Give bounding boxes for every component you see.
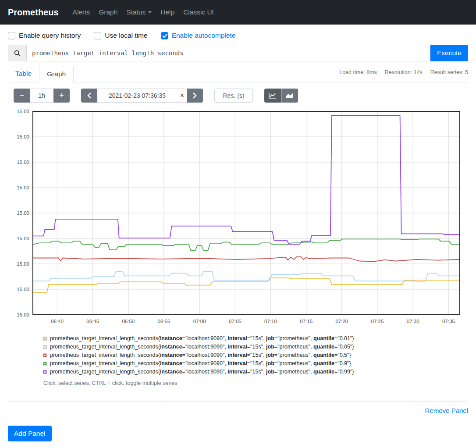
execute-button[interactable]: Execute [430,45,468,61]
series-label: prometheus_target_interval_length_second… [50,335,354,341]
y-tick-label: 15.00 [17,287,29,292]
series-label: prometheus_target_interval_length_second… [50,344,354,350]
x-tick-label: 07:25 [371,319,384,324]
nav-item-help[interactable]: Help [156,5,179,20]
x-tick-label: 07:30 [407,319,419,324]
series-line-quantile-0.99 [33,116,460,244]
y-tick-label: 15.00 [17,261,29,267]
y-tick-label: 15.00 [17,236,29,241]
chevron-right-icon [193,92,197,99]
series-label: prometheus_target_interval_length_second… [50,352,351,358]
datetime-input[interactable] [97,89,187,103]
autocomplete-checkbox[interactable] [161,32,168,39]
time-back-button[interactable] [81,89,97,103]
load-time-stat: Load time: 8ms [339,69,377,75]
increase-range-button[interactable]: + [53,89,70,103]
autocomplete-label: Enable autocomplete [172,32,236,39]
search-addon [8,45,26,61]
expression-input[interactable] [26,45,430,61]
panel-footer: Remove Panel [8,407,468,414]
query-history-option[interactable]: Enable query history [8,32,81,39]
series-color-swatch [43,354,46,357]
x-tick-label: 07:10 [264,319,277,324]
caret-down-icon [148,11,152,13]
series-line-quantile-0.05 [33,271,460,282]
range-input[interactable] [30,89,53,103]
y-tick-label: 15.00 [17,210,29,216]
nav-item-classic-ui[interactable]: Classic UI [179,5,218,20]
nav-item-status[interactable]: Status [122,5,156,20]
local-time-checkbox[interactable] [94,32,101,39]
tab-graph[interactable]: Graph [39,66,74,82]
x-tick-label: 07:00 [193,319,206,324]
clear-time-icon[interactable]: × [180,89,184,103]
legend-item[interactable]: prometheus_target_interval_length_second… [43,335,463,341]
chevron-left-icon [87,92,91,99]
time-control: × [81,89,203,103]
x-tick-label: 07:35 [442,319,455,324]
stacked-chart-toggle-button[interactable] [281,89,298,103]
series-label: prometheus_target_interval_length_second… [50,369,354,375]
legend-item[interactable]: prometheus_target_interval_length_second… [43,369,463,375]
local-time-option[interactable]: Use local time [94,32,147,39]
add-panel-button[interactable]: Add Panel [8,426,52,441]
x-tick-label: 06:55 [158,319,171,324]
decrease-range-button[interactable]: − [14,89,30,103]
remove-panel-link[interactable]: Remove Panel [425,407,468,414]
time-forward-button[interactable] [187,89,203,103]
legend: prometheus_target_interval_length_second… [43,335,463,375]
series-color-swatch [43,362,46,365]
x-tick-label: 06:50 [122,319,135,324]
query-stats: Load time: 8ms Resolution: 14s Result se… [339,66,468,75]
legend-item[interactable]: prometheus_target_interval_length_second… [43,360,463,366]
nav-item-status-label: Status [126,8,146,16]
y-tick-label: 15.00 [17,312,29,317]
graph-svg[interactable]: 15.0015.0015.0015.0015.0015.0015.0015.00… [13,109,463,328]
query-bar: Execute [8,45,468,61]
tab-table[interactable]: Table [8,66,39,82]
x-tick-label: 06:45 [86,319,99,324]
nav-item-alerts[interactable]: Alerts [68,5,95,20]
autocomplete-option[interactable]: Enable autocomplete [161,32,236,39]
x-tick-label: 07:20 [335,319,348,324]
series-line-quantile-0.5 [33,257,460,262]
range-control: − + [14,89,70,103]
series-label: prometheus_target_interval_length_second… [50,360,351,366]
line-chart-toggle-button[interactable] [264,89,281,103]
x-tick-label: 07:05 [229,319,242,324]
legend-item[interactable]: prometheus_target_interval_length_second… [43,344,463,350]
series-color-swatch [43,345,46,348]
options-row: Enable query history Use local time Enab… [8,32,468,39]
y-tick-label: 15.00 [17,160,29,165]
y-tick-label: 15.00 [17,134,29,139]
y-tick-label: 15.00 [17,109,29,114]
search-icon [14,50,21,57]
chart-type-toggle [264,89,298,103]
legend-item[interactable]: prometheus_target_interval_length_second… [43,352,463,358]
resolution-input[interactable] [214,89,253,103]
result-series-stat: Result series: 5 [430,69,468,75]
nav-item-graph[interactable]: Graph [94,5,122,20]
series-color-swatch [43,370,46,373]
y-tick-label: 15.00 [17,185,29,190]
line-chart-icon [269,92,277,99]
resolution-stat: Resolution: 14s [385,69,423,75]
tabs: Table Graph [8,66,74,82]
query-history-checkbox[interactable] [8,32,15,39]
datetime-wrap: × [97,89,187,103]
query-history-label: Enable query history [19,32,81,39]
graph-canvas[interactable]: 15.0015.0015.0015.0015.0015.0015.0015.00… [13,109,463,329]
x-tick-label: 07:15 [300,319,313,324]
legend-help-text: Click: select series, CTRL + click: togg… [43,380,463,386]
graph-controls: − + × [14,89,463,103]
brand[interactable]: Prometheus [8,7,59,18]
stacked-chart-icon [286,92,294,99]
navbar: Prometheus Alerts Graph Status Help Clas… [0,0,476,25]
graph-panel: − + × [8,82,468,402]
series-line-quantile-0.9 [33,239,460,250]
series-color-swatch [43,337,46,340]
local-time-label: Use local time [105,32,147,39]
x-tick-label: 06:40 [51,319,64,324]
tabs-row: Table Graph Load time: 8ms Resolution: 1… [8,66,468,82]
